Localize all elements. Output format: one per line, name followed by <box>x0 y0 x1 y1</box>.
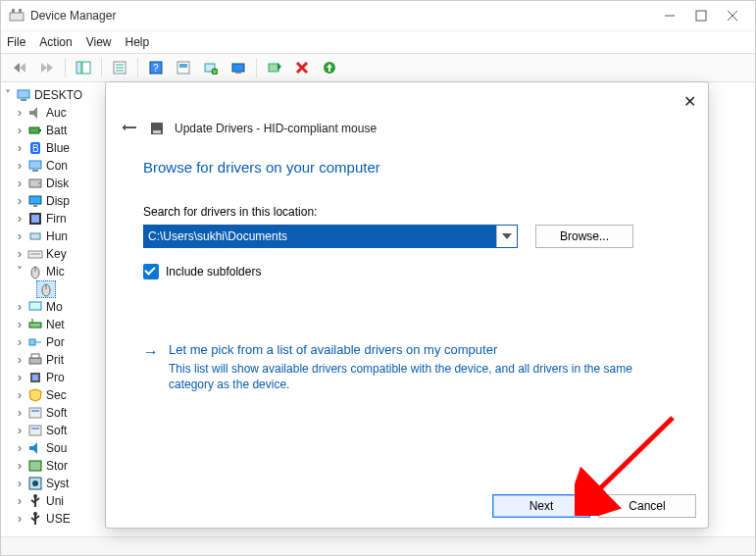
browse-button[interactable]: Browse... <box>535 225 633 248</box>
audio-icon <box>27 105 43 121</box>
tree-item[interactable]: ›Hun <box>3 227 111 245</box>
device-manager-window: Device Manager File Action View Help ? ˅… <box>0 0 756 556</box>
menu-action[interactable]: Action <box>39 35 72 49</box>
computer-icon <box>27 158 43 174</box>
svg-rect-59 <box>31 354 39 358</box>
svg-rect-23 <box>232 64 244 72</box>
tree-item[interactable]: ›Disp <box>3 192 111 210</box>
svg-rect-39 <box>32 170 38 172</box>
svg-point-71 <box>33 494 37 498</box>
app-icon <box>9 8 25 24</box>
bluetooth-icon: B <box>27 140 43 156</box>
tree-item[interactable]: ›BBlue <box>3 139 111 157</box>
tree-item[interactable]: ›Key <box>3 245 111 263</box>
tree-item[interactable]: ›Por <box>3 333 111 351</box>
statusbar <box>1 536 755 556</box>
svg-point-75 <box>33 512 37 516</box>
include-subfolders-label: Include subfolders <box>166 265 261 278</box>
svg-rect-20 <box>179 64 187 68</box>
mouse-icon <box>36 280 56 298</box>
update-drivers-dialog: ✕ 🠔 Update Drivers - HID-compliant mouse… <box>105 81 709 529</box>
dialog-close-button[interactable]: ✕ <box>683 92 696 111</box>
tree-item[interactable]: ›Auc <box>3 104 111 122</box>
svg-rect-25 <box>269 64 278 72</box>
pick-from-list-option[interactable]: → Let me pick from a list of available d… <box>143 342 671 392</box>
tree-child-item[interactable] <box>3 280 111 298</box>
close-button[interactable] <box>726 9 739 23</box>
svg-rect-11 <box>76 62 81 74</box>
svg-rect-43 <box>33 205 37 207</box>
svg-rect-35 <box>39 129 41 131</box>
location-value[interactable]: C:\Users\sukhi\Documents <box>144 226 496 247</box>
device-tree[interactable]: ˅DESKTO›Auc›Batt›BBlue›Con›Disk›Disp›Fir… <box>1 82 113 536</box>
properties-icon[interactable] <box>107 56 132 79</box>
tree-item[interactable]: ›Mo <box>3 298 111 316</box>
back-arrow-icon[interactable]: 🠔 <box>120 120 139 137</box>
toolbar: ? <box>1 53 755 82</box>
svg-rect-63 <box>31 410 39 412</box>
toolbar-icon-2[interactable] <box>171 56 196 79</box>
nav-back-button[interactable] <box>7 56 32 79</box>
svg-rect-42 <box>29 196 41 204</box>
battery-icon <box>27 123 43 138</box>
tree-item[interactable]: ›Prit <box>3 351 111 369</box>
tree-item[interactable]: ›Net <box>3 316 111 333</box>
printqueue-icon <box>27 352 43 368</box>
tree-item[interactable]: ›Soft <box>3 422 111 439</box>
menu-help[interactable]: Help <box>126 35 150 49</box>
processor-icon <box>27 370 43 385</box>
svg-rect-61 <box>32 375 38 380</box>
svg-text:?: ? <box>153 63 159 74</box>
svg-rect-31 <box>18 90 29 98</box>
tree-root[interactable]: ˅DESKTO <box>3 86 111 104</box>
driver-disk-icon <box>149 121 165 136</box>
window-title: Device Manager <box>30 9 663 23</box>
uninstall-icon[interactable] <box>289 56 315 79</box>
tree-item[interactable]: ›Stor <box>3 457 111 475</box>
minimize-button[interactable] <box>663 9 677 23</box>
titlebar: Device Manager <box>1 1 755 31</box>
cancel-button[interactable]: Cancel <box>598 494 696 518</box>
pick-description: This list will show available drivers co… <box>169 361 639 392</box>
software-icon <box>27 423 43 438</box>
tree-item[interactable]: ›USE <box>3 510 111 528</box>
usb-icon <box>27 511 43 527</box>
arrow-right-icon: → <box>143 342 159 361</box>
security-icon <box>27 387 43 403</box>
add-legacy-icon[interactable] <box>262 56 287 79</box>
svg-text:B: B <box>32 143 39 154</box>
svg-rect-53 <box>29 302 41 310</box>
svg-rect-46 <box>30 233 40 239</box>
software-icon <box>27 405 43 421</box>
svg-rect-64 <box>29 426 41 435</box>
tree-item[interactable]: ›Con <box>3 157 111 175</box>
menu-view[interactable]: View <box>86 35 112 49</box>
svg-rect-62 <box>29 408 41 418</box>
tree-item[interactable]: ›Firn <box>3 210 111 227</box>
chevron-down-icon[interactable] <box>496 226 517 247</box>
tree-item[interactable]: ›Soft <box>3 404 111 422</box>
maximize-button[interactable] <box>694 9 708 23</box>
tree-item[interactable]: ˅Mic <box>3 263 111 280</box>
help-icon[interactable]: ? <box>143 56 169 79</box>
scan-hardware-icon[interactable] <box>198 56 224 79</box>
search-location-label: Search for drivers in this location: <box>143 205 671 219</box>
include-subfolders-checkbox[interactable] <box>143 264 159 279</box>
tree-item[interactable]: ›Uni <box>3 492 111 510</box>
nav-forward-button[interactable] <box>34 56 60 79</box>
mouse-icon <box>27 264 43 279</box>
svg-marker-66 <box>29 442 37 454</box>
next-button[interactable]: Next <box>492 494 590 518</box>
tree-item[interactable]: ›Sec <box>3 386 111 404</box>
svg-rect-45 <box>31 215 39 223</box>
show-hide-tree-icon[interactable] <box>71 56 96 79</box>
location-combobox[interactable]: C:\Users\sukhi\Documents <box>143 225 518 248</box>
tree-item[interactable]: ›Disk <box>3 175 111 192</box>
tree-item[interactable]: ›Syst <box>3 475 111 492</box>
tree-item[interactable]: ›Sou <box>3 439 111 457</box>
update-driver-icon[interactable] <box>226 56 251 79</box>
tree-item[interactable]: ›Batt <box>3 122 111 139</box>
menu-file[interactable]: File <box>7 35 25 49</box>
enable-icon[interactable] <box>317 56 342 79</box>
tree-item[interactable]: ›Pro <box>3 369 111 386</box>
